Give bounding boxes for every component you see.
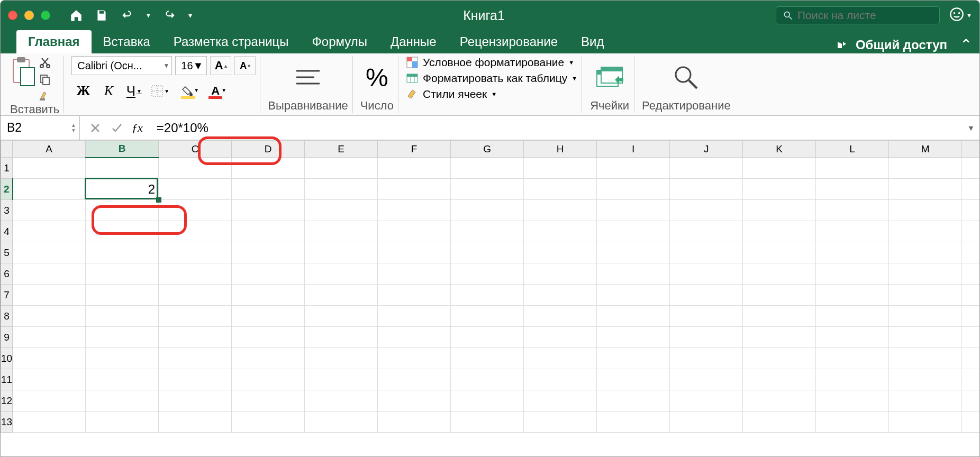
cell[interactable] [670, 306, 743, 327]
cell[interactable] [305, 369, 378, 390]
cell[interactable] [962, 200, 979, 221]
cell[interactable] [962, 242, 979, 263]
cell[interactable] [816, 242, 889, 263]
column-header[interactable]: M [889, 141, 962, 158]
cell[interactable] [232, 242, 305, 263]
cell[interactable] [86, 390, 159, 412]
cell[interactable] [597, 369, 670, 390]
cell[interactable] [816, 221, 889, 242]
find-select-button[interactable] [673, 64, 700, 92]
bold-button[interactable]: Ж [71, 79, 95, 103]
cell[interactable] [13, 158, 86, 179]
spreadsheet-grid[interactable]: ABCDEFGHIJKLMN122345678910111213 [1, 140, 979, 456]
cell[interactable] [597, 263, 670, 285]
cell[interactable] [305, 179, 378, 200]
cell[interactable] [451, 348, 524, 369]
cell[interactable] [889, 327, 962, 348]
cell-styles-button[interactable]: Стили ячеек ▼ [406, 88, 577, 100]
row-header[interactable]: 13 [1, 412, 13, 433]
cell[interactable] [451, 200, 524, 221]
cell[interactable] [305, 390, 378, 412]
row-header[interactable]: 8 [1, 306, 13, 327]
cell[interactable] [378, 200, 451, 221]
cell[interactable] [743, 390, 816, 412]
cell[interactable] [816, 348, 889, 369]
cell[interactable] [305, 327, 378, 348]
cell[interactable] [670, 285, 743, 306]
cut-button[interactable] [39, 56, 51, 69]
fill-handle[interactable] [156, 197, 161, 203]
column-header[interactable]: C [159, 141, 232, 158]
cell[interactable] [670, 200, 743, 221]
paste-button[interactable] [10, 56, 35, 87]
cell[interactable] [232, 200, 305, 221]
cell[interactable] [743, 158, 816, 179]
cell[interactable] [232, 221, 305, 242]
cell[interactable] [597, 306, 670, 327]
cell[interactable] [670, 348, 743, 369]
cell[interactable] [159, 369, 232, 390]
cell[interactable] [305, 412, 378, 433]
cell[interactable] [378, 285, 451, 306]
cell[interactable] [816, 158, 889, 179]
cell[interactable] [451, 179, 524, 200]
cell[interactable] [889, 306, 962, 327]
cell[interactable] [670, 221, 743, 242]
cell[interactable] [378, 263, 451, 285]
cell[interactable] [816, 369, 889, 390]
cell[interactable] [889, 369, 962, 390]
cell[interactable] [524, 200, 597, 221]
cell[interactable] [597, 179, 670, 200]
cell[interactable] [232, 158, 305, 179]
cell[interactable] [13, 263, 86, 285]
cell[interactable] [86, 242, 159, 263]
cell[interactable] [159, 285, 232, 306]
row-header[interactable]: 1 [1, 158, 13, 179]
tab-insert[interactable]: Вставка [92, 30, 162, 53]
cell[interactable] [962, 285, 979, 306]
column-header[interactable]: L [816, 141, 889, 158]
cell[interactable] [597, 200, 670, 221]
cell[interactable] [889, 242, 962, 263]
maximize-window-button[interactable] [41, 11, 50, 20]
cell[interactable] [13, 327, 86, 348]
cell[interactable] [816, 285, 889, 306]
row-header[interactable]: 9 [1, 327, 13, 348]
cell[interactable] [816, 412, 889, 433]
cell[interactable] [524, 369, 597, 390]
feedback-chevron-icon[interactable]: ▼ [966, 12, 972, 19]
column-header[interactable]: H [524, 141, 597, 158]
cell[interactable] [597, 221, 670, 242]
cell[interactable] [13, 306, 86, 327]
select-all-corner[interactable] [1, 141, 13, 158]
cell[interactable] [743, 369, 816, 390]
cell[interactable] [743, 327, 816, 348]
column-header[interactable]: D [232, 141, 305, 158]
alignment-button[interactable] [293, 66, 323, 90]
fill-color-button[interactable]: ▼ [175, 79, 201, 103]
cells-button[interactable] [595, 66, 624, 89]
cell[interactable] [232, 306, 305, 327]
cell[interactable] [86, 369, 159, 390]
cell[interactable] [451, 369, 524, 390]
cell[interactable] [670, 369, 743, 390]
cell[interactable] [524, 242, 597, 263]
column-header[interactable]: I [597, 141, 670, 158]
cell[interactable] [232, 412, 305, 433]
cell[interactable] [305, 221, 378, 242]
cell[interactable] [670, 242, 743, 263]
cell[interactable] [159, 242, 232, 263]
row-header[interactable]: 2 [1, 179, 13, 200]
row-header[interactable]: 11 [1, 369, 13, 390]
font-color-button[interactable]: A▼ [203, 79, 228, 103]
cell[interactable] [743, 285, 816, 306]
cell[interactable] [159, 327, 232, 348]
cell[interactable] [86, 285, 159, 306]
copy-button[interactable] [39, 73, 51, 86]
cell[interactable] [889, 412, 962, 433]
qat-customize-icon[interactable]: ▾ [188, 11, 192, 20]
cell[interactable] [670, 327, 743, 348]
cell[interactable] [13, 200, 86, 221]
cell[interactable] [889, 221, 962, 242]
cell[interactable] [451, 285, 524, 306]
